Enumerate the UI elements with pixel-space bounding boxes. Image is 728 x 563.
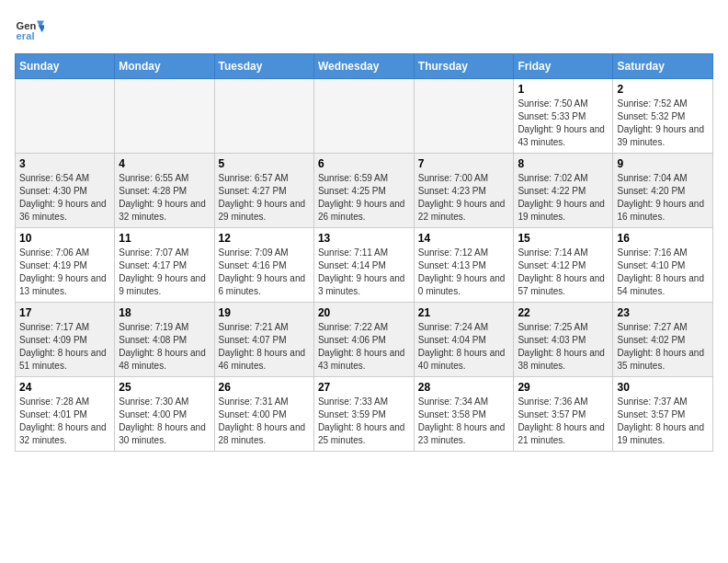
week-row-5: 24Sunrise: 7:28 AM Sunset: 4:01 PM Dayli… — [16, 377, 713, 452]
day-cell: 17Sunrise: 7:17 AM Sunset: 4:09 PM Dayli… — [16, 303, 115, 377]
day-info: Sunrise: 6:59 AM Sunset: 4:25 PM Dayligh… — [318, 172, 410, 224]
day-number: 5 — [219, 157, 310, 170]
day-cell: 27Sunrise: 7:33 AM Sunset: 3:59 PM Dayli… — [313, 377, 414, 452]
day-cell — [115, 79, 214, 154]
header: Gen eral — [15, 15, 713, 44]
week-row-2: 3Sunrise: 6:54 AM Sunset: 4:30 PM Daylig… — [16, 154, 713, 228]
day-cell — [313, 79, 414, 154]
logo-icon: Gen eral — [15, 15, 44, 44]
calendar-body: 1Sunrise: 7:50 AM Sunset: 5:33 PM Daylig… — [16, 79, 713, 452]
day-cell: 14Sunrise: 7:12 AM Sunset: 4:13 PM Dayli… — [414, 228, 514, 303]
header-cell-thursday: Thursday — [414, 54, 514, 79]
day-number: 25 — [119, 381, 210, 394]
day-cell: 15Sunrise: 7:14 AM Sunset: 4:12 PM Dayli… — [514, 228, 613, 303]
week-row-3: 10Sunrise: 7:06 AM Sunset: 4:19 PM Dayli… — [16, 228, 713, 303]
day-cell: 8Sunrise: 7:02 AM Sunset: 4:22 PM Daylig… — [514, 154, 613, 228]
day-cell: 20Sunrise: 7:22 AM Sunset: 4:06 PM Dayli… — [313, 303, 414, 377]
day-number: 6 — [318, 157, 410, 170]
day-number: 26 — [219, 381, 310, 394]
day-number: 16 — [617, 232, 709, 245]
header-cell-friday: Friday — [514, 54, 613, 79]
day-cell: 23Sunrise: 7:27 AM Sunset: 4:02 PM Dayli… — [613, 303, 713, 377]
day-info: Sunrise: 6:54 AM Sunset: 4:30 PM Dayligh… — [19, 172, 110, 224]
day-info: Sunrise: 7:16 AM Sunset: 4:10 PM Dayligh… — [617, 247, 709, 298]
svg-text:eral: eral — [17, 30, 35, 41]
day-info: Sunrise: 7:22 AM Sunset: 4:06 PM Dayligh… — [318, 321, 410, 373]
day-info: Sunrise: 7:04 AM Sunset: 4:20 PM Dayligh… — [617, 172, 709, 224]
day-info: Sunrise: 7:07 AM Sunset: 4:17 PM Dayligh… — [119, 247, 210, 298]
day-cell: 9Sunrise: 7:04 AM Sunset: 4:20 PM Daylig… — [613, 154, 713, 228]
day-info: Sunrise: 7:00 AM Sunset: 4:23 PM Dayligh… — [418, 172, 510, 224]
day-number: 3 — [19, 157, 110, 170]
day-cell: 12Sunrise: 7:09 AM Sunset: 4:16 PM Dayli… — [214, 228, 313, 303]
day-info: Sunrise: 7:34 AM Sunset: 3:58 PM Dayligh… — [418, 396, 510, 447]
day-info: Sunrise: 7:33 AM Sunset: 3:59 PM Dayligh… — [318, 396, 410, 447]
day-cell: 6Sunrise: 6:59 AM Sunset: 4:25 PM Daylig… — [313, 154, 414, 228]
day-info: Sunrise: 7:12 AM Sunset: 4:13 PM Dayligh… — [418, 247, 510, 298]
day-number: 10 — [19, 232, 110, 245]
day-cell: 25Sunrise: 7:30 AM Sunset: 4:00 PM Dayli… — [115, 377, 214, 452]
week-row-4: 17Sunrise: 7:17 AM Sunset: 4:09 PM Dayli… — [16, 303, 713, 377]
day-number: 29 — [518, 381, 609, 394]
day-number: 17 — [19, 306, 110, 319]
day-info: Sunrise: 7:52 AM Sunset: 5:32 PM Dayligh… — [617, 98, 709, 149]
header-row: SundayMondayTuesdayWednesdayThursdayFrid… — [16, 54, 713, 79]
day-number: 19 — [219, 306, 310, 319]
svg-text:Gen: Gen — [17, 20, 37, 31]
day-number: 7 — [418, 157, 510, 170]
day-info: Sunrise: 7:50 AM Sunset: 5:33 PM Dayligh… — [518, 98, 609, 149]
header-cell-tuesday: Tuesday — [214, 54, 313, 79]
day-info: Sunrise: 7:09 AM Sunset: 4:16 PM Dayligh… — [219, 247, 310, 298]
day-number: 24 — [19, 381, 110, 394]
day-number: 4 — [119, 157, 210, 170]
calendar: SundayMondayTuesdayWednesdayThursdayFrid… — [15, 53, 713, 452]
header-cell-monday: Monday — [115, 54, 214, 79]
day-cell: 7Sunrise: 7:00 AM Sunset: 4:23 PM Daylig… — [414, 154, 514, 228]
day-cell: 30Sunrise: 7:37 AM Sunset: 3:57 PM Dayli… — [613, 377, 713, 452]
day-cell: 4Sunrise: 6:55 AM Sunset: 4:28 PM Daylig… — [115, 154, 214, 228]
day-number: 9 — [617, 157, 709, 170]
day-info: Sunrise: 7:14 AM Sunset: 4:12 PM Dayligh… — [518, 247, 609, 298]
day-cell: 13Sunrise: 7:11 AM Sunset: 4:14 PM Dayli… — [313, 228, 414, 303]
day-number: 14 — [418, 232, 510, 245]
day-cell: 5Sunrise: 6:57 AM Sunset: 4:27 PM Daylig… — [214, 154, 313, 228]
header-cell-saturday: Saturday — [613, 54, 713, 79]
day-cell: 29Sunrise: 7:36 AM Sunset: 3:57 PM Dayli… — [514, 377, 613, 452]
day-number: 22 — [518, 306, 609, 319]
day-number: 27 — [318, 381, 410, 394]
day-info: Sunrise: 7:17 AM Sunset: 4:09 PM Dayligh… — [19, 321, 110, 373]
week-row-1: 1Sunrise: 7:50 AM Sunset: 5:33 PM Daylig… — [16, 79, 713, 154]
day-cell: 21Sunrise: 7:24 AM Sunset: 4:04 PM Dayli… — [414, 303, 514, 377]
day-cell: 1Sunrise: 7:50 AM Sunset: 5:33 PM Daylig… — [514, 79, 613, 154]
day-number: 2 — [617, 83, 709, 96]
day-cell — [16, 79, 115, 154]
day-number: 21 — [418, 306, 510, 319]
day-cell: 2Sunrise: 7:52 AM Sunset: 5:32 PM Daylig… — [613, 79, 713, 154]
calendar-header: SundayMondayTuesdayWednesdayThursdayFrid… — [16, 54, 713, 79]
day-number: 1 — [518, 83, 609, 96]
day-info: Sunrise: 7:28 AM Sunset: 4:01 PM Dayligh… — [19, 396, 110, 447]
logo: Gen eral — [15, 15, 48, 44]
day-info: Sunrise: 7:21 AM Sunset: 4:07 PM Dayligh… — [219, 321, 310, 373]
day-cell: 22Sunrise: 7:25 AM Sunset: 4:03 PM Dayli… — [514, 303, 613, 377]
day-cell — [414, 79, 514, 154]
day-cell: 11Sunrise: 7:07 AM Sunset: 4:17 PM Dayli… — [115, 228, 214, 303]
day-info: Sunrise: 7:31 AM Sunset: 4:00 PM Dayligh… — [219, 396, 310, 447]
day-number: 11 — [119, 232, 210, 245]
day-cell: 24Sunrise: 7:28 AM Sunset: 4:01 PM Dayli… — [16, 377, 115, 452]
day-cell — [214, 79, 313, 154]
day-number: 23 — [617, 306, 709, 319]
day-info: Sunrise: 7:11 AM Sunset: 4:14 PM Dayligh… — [318, 247, 410, 298]
day-number: 15 — [518, 232, 609, 245]
day-info: Sunrise: 7:37 AM Sunset: 3:57 PM Dayligh… — [617, 396, 709, 447]
day-info: Sunrise: 7:25 AM Sunset: 4:03 PM Dayligh… — [518, 321, 609, 373]
day-number: 8 — [518, 157, 609, 170]
day-info: Sunrise: 6:55 AM Sunset: 4:28 PM Dayligh… — [119, 172, 210, 224]
day-cell: 16Sunrise: 7:16 AM Sunset: 4:10 PM Dayli… — [613, 228, 713, 303]
day-number: 12 — [219, 232, 310, 245]
svg-marker-3 — [39, 25, 44, 32]
day-info: Sunrise: 6:57 AM Sunset: 4:27 PM Dayligh… — [219, 172, 310, 224]
day-info: Sunrise: 7:36 AM Sunset: 3:57 PM Dayligh… — [518, 396, 609, 447]
day-number: 20 — [318, 306, 410, 319]
day-number: 18 — [119, 306, 210, 319]
